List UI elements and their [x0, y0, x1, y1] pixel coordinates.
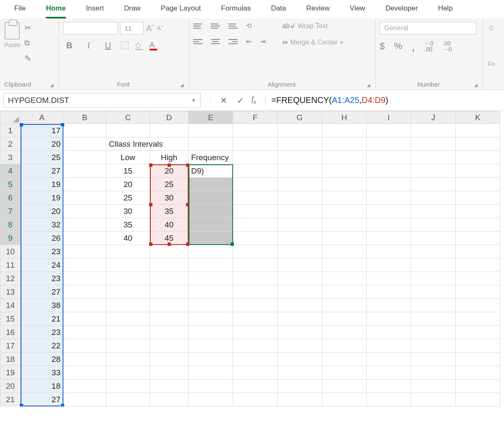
col-header-H[interactable]: H [322, 111, 367, 124]
row-header-1[interactable]: 1 [0, 124, 21, 137]
number-dialog-launcher-icon[interactable]: ◢ [440, 82, 478, 88]
cell-A13[interactable]: 27 [21, 285, 63, 299]
cell-K2[interactable] [456, 137, 500, 151]
col-header-K[interactable]: K [456, 111, 500, 124]
cell-A1[interactable]: 17 [21, 124, 63, 137]
row-header-19[interactable]: 19 [0, 366, 21, 380]
cell-E2[interactable] [189, 137, 233, 151]
cell-H15[interactable] [322, 312, 367, 326]
cell-F6[interactable] [233, 191, 278, 205]
row-header-6[interactable]: 6 [0, 191, 21, 205]
row-header-21[interactable]: 21 [0, 393, 21, 406]
align-right-icon[interactable] [228, 39, 238, 44]
row-header-9[interactable]: 9 [0, 232, 21, 245]
formula-input[interactable]: =FREQUENCY(A1:A25,D4:D9) [269, 93, 504, 108]
spreadsheet-grid[interactable]: A B C D E F G H I J K 117220Cllass Inter… [0, 111, 504, 406]
cell-C4[interactable]: 15 [106, 164, 150, 178]
cell-H17[interactable] [322, 339, 367, 353]
cancel-formula-button[interactable]: ✕ [215, 95, 232, 105]
cell-E9[interactable] [189, 232, 233, 245]
cell-G11[interactable] [278, 258, 322, 272]
cell-C19[interactable] [106, 366, 150, 380]
cell-A12[interactable]: 23 [21, 272, 63, 285]
align-top-icon[interactable] [193, 24, 202, 29]
tab-data[interactable]: Data [261, 0, 296, 18]
cell-J17[interactable] [411, 339, 456, 353]
cell-I14[interactable] [367, 299, 411, 312]
cell-J16[interactable] [411, 326, 456, 339]
cell-I7[interactable] [367, 205, 411, 218]
cell-E21[interactable] [189, 393, 233, 406]
cell-K6[interactable] [456, 191, 500, 205]
cell-D10[interactable] [150, 245, 189, 258]
cell-F10[interactable] [233, 245, 278, 258]
cell-J18[interactable] [411, 353, 456, 366]
cell-D15[interactable] [150, 312, 189, 326]
col-header-I[interactable]: I [367, 111, 411, 124]
cell-E14[interactable] [189, 299, 233, 312]
cell-G5[interactable] [278, 178, 322, 191]
cell-H21[interactable] [322, 393, 367, 406]
cell-G19[interactable] [278, 366, 322, 380]
cell-I20[interactable] [367, 380, 411, 393]
cell-E4[interactable]: D9) [189, 164, 233, 178]
cell-I19[interactable] [367, 366, 411, 380]
cell-C11[interactable] [106, 258, 150, 272]
align-bottom-icon[interactable] [228, 24, 238, 29]
col-header-G[interactable]: G [278, 111, 322, 124]
cell-K9[interactable] [456, 232, 500, 245]
tab-developer[interactable]: Developer [375, 0, 428, 18]
cell-J21[interactable] [411, 393, 456, 406]
align-center-icon[interactable] [211, 39, 220, 44]
cell-D8[interactable]: 40 [150, 218, 189, 232]
cell-K5[interactable] [456, 178, 500, 191]
cell-A5[interactable]: 19 [21, 178, 63, 191]
cell-A9[interactable]: 26 [21, 232, 63, 245]
cell-C8[interactable]: 35 [106, 218, 150, 232]
cell-G1[interactable] [278, 124, 322, 137]
cell-J19[interactable] [411, 366, 456, 380]
cell-G21[interactable] [278, 393, 322, 406]
row-header-5[interactable]: 5 [0, 178, 21, 191]
cell-K19[interactable] [456, 366, 500, 380]
cell-A6[interactable]: 19 [21, 191, 63, 205]
cell-J8[interactable] [411, 218, 456, 232]
cell-B12[interactable] [63, 272, 106, 285]
increase-decimal-button[interactable]: ←0.00 [424, 40, 433, 52]
cell-K16[interactable] [456, 326, 500, 339]
cell-D3[interactable]: High [150, 151, 189, 164]
cell-D9[interactable]: 45 [150, 232, 189, 245]
cell-C1[interactable] [106, 124, 150, 137]
cell-A8[interactable]: 32 [21, 218, 63, 232]
cell-G15[interactable] [278, 312, 322, 326]
cell-A18[interactable]: 28 [21, 353, 63, 366]
cell-J1[interactable] [411, 124, 456, 137]
cell-K8[interactable] [456, 218, 500, 232]
cell-E12[interactable] [189, 272, 233, 285]
col-header-D[interactable]: D [150, 111, 189, 124]
cell-H12[interactable] [322, 272, 367, 285]
paste-button[interactable]: Paste [4, 41, 20, 48]
cell-B1[interactable] [63, 124, 106, 137]
format-painter-icon[interactable]: ✎ [24, 53, 32, 63]
cell-B14[interactable] [63, 299, 106, 312]
cell-F9[interactable] [233, 232, 278, 245]
decrease-decimal-button[interactable]: .00→0 [443, 40, 452, 52]
cell-J9[interactable] [411, 232, 456, 245]
cell-F13[interactable] [233, 285, 278, 299]
cell-E5[interactable] [189, 178, 233, 191]
cell-B2[interactable] [63, 137, 106, 151]
cell-F18[interactable] [233, 353, 278, 366]
row-header-3[interactable]: 3 [0, 151, 21, 164]
name-box[interactable]: HYPGEOM.DIST ▼ [3, 93, 201, 108]
cell-I18[interactable] [367, 353, 411, 366]
percent-button[interactable]: % [394, 41, 402, 52]
cell-E6[interactable] [189, 191, 233, 205]
underline-button[interactable]: U [102, 41, 114, 50]
cell-H9[interactable] [322, 232, 367, 245]
cell-G2[interactable] [278, 137, 322, 151]
cell-H13[interactable] [322, 285, 367, 299]
col-header-C[interactable]: C [106, 111, 150, 124]
cell-C15[interactable] [106, 312, 150, 326]
cell-E8[interactable] [189, 218, 233, 232]
